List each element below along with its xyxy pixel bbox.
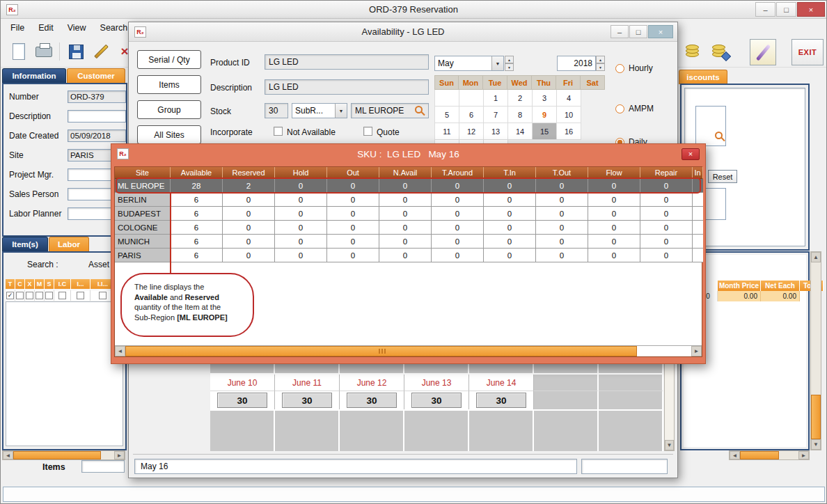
minimize-icon[interactable]: – [755, 2, 775, 17]
close-icon[interactable]: × [797, 2, 825, 17]
scroll-left-icon[interactable]: ◄ [730, 451, 740, 459]
not-available-checkbox[interactable] [274, 127, 283, 136]
chevron-down-icon[interactable]: ▼ [491, 56, 503, 70]
avail-button-serial-qty[interactable]: Serial / Qty [137, 50, 201, 69]
june-availability-button[interactable]: 30 [217, 393, 267, 408]
row-checkbox[interactable]: ✓ [6, 292, 14, 299]
magic-wand-button[interactable] [750, 39, 776, 65]
minimize-icon[interactable]: – [611, 25, 629, 38]
sku-row-paris[interactable]: PARIS6000000000 [115, 249, 702, 262]
product-id-field[interactable]: LG LED [265, 54, 429, 70]
main-titlebar[interactable]: R₂ ORD-379 Reservation – □ × [1, 1, 826, 19]
june-availability-button[interactable]: 30 [411, 393, 462, 408]
spinner-down-icon[interactable]: ▼ [596, 63, 605, 71]
quote-checkbox[interactable] [363, 127, 372, 136]
exit-button[interactable]: EXIT [791, 39, 824, 65]
new-document-icon[interactable] [8, 40, 30, 63]
row-checkbox[interactable] [16, 292, 24, 299]
close-icon[interactable]: × [648, 25, 673, 38]
maximize-icon[interactable]: □ [629, 25, 647, 38]
billing-coins-icon[interactable] [682, 40, 704, 63]
sku-row-berlin[interactable]: BERLIN6000000000 [115, 193, 702, 207]
june-availability-button[interactable]: 30 [282, 393, 332, 408]
calendar-day-10[interactable]: 10 [557, 107, 581, 123]
sku-row-ml-europe[interactable]: ML EUROPE28200000000 [115, 179, 702, 193]
field-input-description[interactable] [68, 110, 126, 123]
row-checkbox[interactable] [99, 292, 107, 299]
availability-titlebar[interactable]: R₂ Availability - LG LED – □ × [129, 22, 677, 42]
calendar-day-6[interactable]: 6 [459, 107, 484, 123]
tab-information[interactable]: Information [2, 68, 66, 83]
calendar-day-15[interactable]: 15 [533, 123, 557, 140]
sku-col-flow[interactable]: Flow [588, 167, 640, 179]
avail-button-all-sites[interactable]: All Sites [137, 125, 201, 144]
radio-hourly[interactable]: Hourly [615, 63, 654, 74]
calendar-day-1[interactable]: 1 [484, 90, 508, 107]
calendar-day-13[interactable]: 13 [484, 123, 508, 140]
scroll-thumb[interactable] [13, 451, 101, 459]
payment-coins-icon[interactable] [708, 40, 730, 63]
menu-file[interactable]: File [3, 21, 31, 35]
tab-labor[interactable]: Labor [49, 237, 89, 251]
row-checkbox[interactable] [58, 292, 66, 299]
print-icon[interactable] [33, 40, 55, 63]
calendar-day-4[interactable]: 4 [557, 90, 581, 107]
sku-col-n-avail[interactable]: N.Avail [379, 167, 432, 179]
scroll-thumb[interactable] [811, 395, 821, 439]
stock-field[interactable]: 30 [265, 103, 288, 118]
spinner-up-icon[interactable]: ▲ [596, 56, 605, 63]
sku-col-repair[interactable]: Repair [640, 167, 693, 179]
grid-vscrollbar[interactable]: ▼ [664, 355, 675, 451]
tab-items[interactable]: Item(s) [2, 237, 48, 251]
june-availability-button[interactable]: 30 [476, 393, 526, 408]
calendar-day-14[interactable]: 14 [508, 123, 533, 140]
scroll-up-icon[interactable]: ▲ [811, 252, 821, 262]
field-input-number[interactable]: ORD-379 [68, 90, 126, 103]
year-spinner[interactable]: ▲ ▼ [596, 56, 605, 71]
calendar-day-7[interactable]: 7 [484, 107, 508, 123]
sku-col-site[interactable]: Site [115, 167, 171, 179]
year-field[interactable]: 2018 [557, 56, 596, 71]
pricing-hscrollbar[interactable]: ◄ ► [729, 450, 810, 460]
calendar-day-3[interactable]: 3 [533, 90, 557, 107]
customer-search-box[interactable] [695, 106, 726, 146]
description-field[interactable]: LG LED [265, 79, 429, 95]
selected-date-field[interactable]: May 16 [134, 459, 577, 474]
june-availability-button[interactable]: 30 [347, 393, 397, 408]
items-count-field[interactable] [81, 460, 125, 473]
radio-ampm[interactable]: AMPM [615, 103, 654, 114]
subregion-field[interactable]: ML EUROPE [351, 103, 429, 118]
avail-button-group[interactable]: Group [137, 100, 201, 119]
sku-col-available[interactable]: Available [171, 167, 223, 179]
subregion-combo[interactable]: SubR... ▼ [292, 103, 347, 118]
save-icon[interactable] [65, 40, 87, 63]
scroll-left-icon[interactable]: ◄ [3, 451, 13, 459]
tab-customer[interactable]: Customer [67, 68, 125, 83]
sku-hscrollbar[interactable]: ◄ ► [115, 345, 702, 356]
menu-view[interactable]: View [61, 21, 93, 35]
chevron-down-icon[interactable]: ▼ [335, 104, 347, 118]
avail-button-items[interactable]: Items [137, 75, 201, 94]
scroll-down-icon[interactable]: ▼ [665, 440, 674, 450]
reset-button[interactable]: Reset [708, 170, 737, 183]
month-combo[interactable]: May ▼ [434, 56, 504, 71]
spinner-down-icon[interactable]: ▼ [505, 63, 514, 71]
calendar-day-2[interactable]: 2 [508, 90, 533, 107]
scroll-left-icon[interactable]: ◄ [115, 346, 125, 356]
sku-row-munich[interactable]: MUNICH6000000000 [115, 235, 702, 249]
calendar-day-11[interactable]: 11 [435, 123, 459, 140]
scroll-right-icon[interactable]: ► [691, 346, 702, 356]
menu-edit[interactable]: Edit [31, 21, 61, 35]
scroll-down-icon[interactable]: ▼ [811, 439, 821, 450]
scroll-thumb[interactable] [125, 346, 637, 356]
calendar-day-12[interactable]: 12 [459, 123, 484, 140]
row-checkbox[interactable] [36, 292, 43, 299]
row-checkbox[interactable] [77, 292, 84, 299]
tab-discounts-partial[interactable]: iscounts [679, 70, 727, 84]
scroll-right-icon[interactable]: ► [798, 451, 809, 459]
sku-col-t-in[interactable]: T.In [484, 167, 536, 179]
scroll-right-icon[interactable]: ► [114, 451, 125, 459]
spinner-up-icon[interactable]: ▲ [505, 56, 514, 63]
field-input-date-created[interactable]: 05/09/2018 [68, 129, 126, 142]
pricing-vscrollbar[interactable]: ▲ ▼ [810, 251, 821, 450]
